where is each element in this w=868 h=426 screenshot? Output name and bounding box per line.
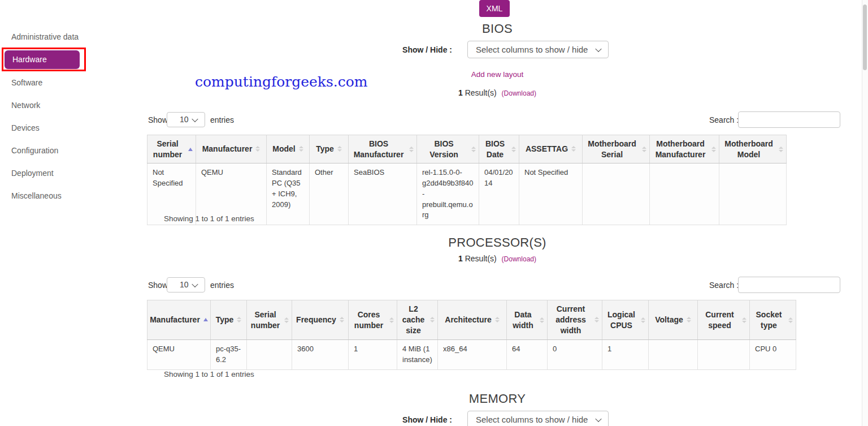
column-label: Serial number [250,309,281,331]
sort-icon [779,147,783,152]
bios-show-label: Show [148,115,168,124]
table-cell: x86_64 [438,340,507,370]
sort-icon [511,147,516,152]
column-label: Model [272,144,295,154]
sort-icon [471,147,476,152]
column-label: Serial number [150,139,185,160]
column-header-serial-number[interactable]: Serial number [247,300,292,340]
bios-page-size-select[interactable]: 10 [167,112,205,127]
sidebar-item-configuration[interactable]: Configuration [11,146,58,155]
column-header-socket-type[interactable]: Socket type [750,300,796,340]
column-header-current-speed[interactable]: Current speed [698,300,750,340]
table-cell: QEMU [147,340,211,370]
sidebar-item-devices[interactable]: Devices [11,123,40,132]
column-label: Motherboard Model [722,139,775,160]
bios-search-input[interactable] [738,111,840,128]
memory-columns-select[interactable]: Select columns to show / hide [467,411,609,426]
column-label: Logical CPUS [605,309,637,331]
column-header-cores-number[interactable]: Cores number [349,300,397,340]
section-title-memory: MEMORY [147,391,848,406]
bios-search-label: Search : [709,115,739,124]
column-label: Type [316,144,334,154]
sidebar-item-miscellaneous[interactable]: Miscellaneous [11,191,62,200]
column-header-architecture[interactable]: Architecture [438,300,507,340]
processors-results-line: 1 Result(s) (Download) [147,254,848,263]
column-label: BIOS Version [420,139,468,160]
memory-columns-select-value: Select columns to show / hide [476,415,588,424]
sort-icon [594,317,599,322]
sort-icon [742,317,747,323]
column-header-bios-manufacturer[interactable]: BIOS Manufacturer [349,135,417,163]
column-header-logical-cpus[interactable]: Logical CPUS [602,300,649,340]
processors-entries-label: entries [210,281,234,290]
table-cell: rel-1.15.0-0-g2dd4b9b3f840-prebuilt.qemu… [417,163,479,225]
sort-icon [642,147,646,152]
column-label: Data width [510,309,536,331]
bios-columns-select[interactable]: Select columns to show / hide [467,41,609,58]
column-header-data-width[interactable]: Data width [507,300,548,340]
scrollbar-thumb[interactable] [863,5,867,70]
sort-icon [340,317,344,322]
processors-result-count: 1 [458,254,463,263]
column-header-assettag[interactable]: ASSETTAG [519,135,583,163]
bios-entries-label: entries [210,115,234,124]
column-header-motherboard-serial[interactable]: Motherboard Serial [583,135,650,163]
table-cell: SeaBIOS [349,163,417,225]
xml-export-button[interactable]: XML [479,0,510,17]
bios-results-line: 1 Result(s) (Download) [147,88,848,97]
table-cell: CPU 0 [750,340,796,370]
column-header-bios-version[interactable]: BIOS Version [417,135,479,163]
column-header-type[interactable]: Type [211,300,247,340]
column-header-voltage[interactable]: Voltage [649,300,698,340]
add-new-layout-link[interactable]: Add new layout [147,70,848,79]
table-cell: Standard PC (Q35 + ICH9, 2009) [267,163,310,225]
table-cell [649,340,698,370]
column-header-manufacturer[interactable]: Manufacturer [196,135,267,163]
column-label: Motherboard Serial [585,139,639,160]
table-cell: Other [310,163,349,225]
table-cell [583,163,650,225]
section-title-processors: PROCESSOR(S) [147,235,848,250]
processors-search-input[interactable] [738,277,840,293]
sidebar-item-software[interactable]: Software [11,78,42,87]
section-title-bios: BIOS [147,21,848,36]
memory-show-hide-label: Show / Hide : [362,415,452,424]
sidebar-item-deployment[interactable]: Deployment [11,169,54,178]
column-header-frequency[interactable]: Frequency [292,300,349,340]
sort-icon [255,146,260,152]
sidebar-item-network[interactable]: Network [11,101,40,110]
main-content: XML BIOS Show / Hide : Select columns to… [147,0,848,426]
column-header-type[interactable]: Type [310,135,349,163]
processors-page-size-select[interactable]: 10 [167,277,205,292]
bios-page-size-value: 10 [180,115,189,124]
sort-icon [409,147,414,152]
sort-ascending-icon [188,148,193,151]
sidebar-item-administrative-data[interactable]: Administrative data [11,32,79,41]
column-header-manufacturer[interactable]: Manufacturer [147,300,211,340]
column-header-serial-number[interactable]: Serial number [147,135,196,163]
bios-result-count: 1 [458,88,463,97]
table-cell [719,163,787,225]
column-header-model[interactable]: Model [267,135,310,163]
column-header-motherboard-model[interactable]: Motherboard Model [719,135,787,163]
column-label: Architecture [445,315,491,325]
column-label: Manufacturer [202,144,253,154]
column-header-l2-cache-size[interactable]: L2 cache size [397,300,438,340]
chevron-down-icon [192,115,198,122]
sidebar-item-hardware[interactable]: Hardware [5,50,80,69]
column-header-current-address-width[interactable]: Current address width [548,300,602,340]
sort-icon [571,146,576,152]
sort-icon [430,317,435,322]
bios-columns-select-value: Select columns to show / hide [476,45,588,54]
sort-icon [641,317,645,323]
column-header-bios-date[interactable]: BIOS Date [479,135,519,163]
scrollbar-track[interactable] [862,0,868,426]
table-cell [698,340,750,370]
table-cell [247,340,292,370]
processors-table-footer: Showing 1 to 1 of 1 entries [164,370,254,378]
sort-ascending-icon [203,318,208,321]
bios-table: Serial numberManufacturerModelTypeBIOS M… [147,135,787,225]
processors-download-link[interactable]: (Download) [502,255,536,263]
column-header-motherboard-manufacturer[interactable]: Motherboard Manufacturer [650,135,719,163]
bios-download-link[interactable]: (Download) [502,89,536,97]
